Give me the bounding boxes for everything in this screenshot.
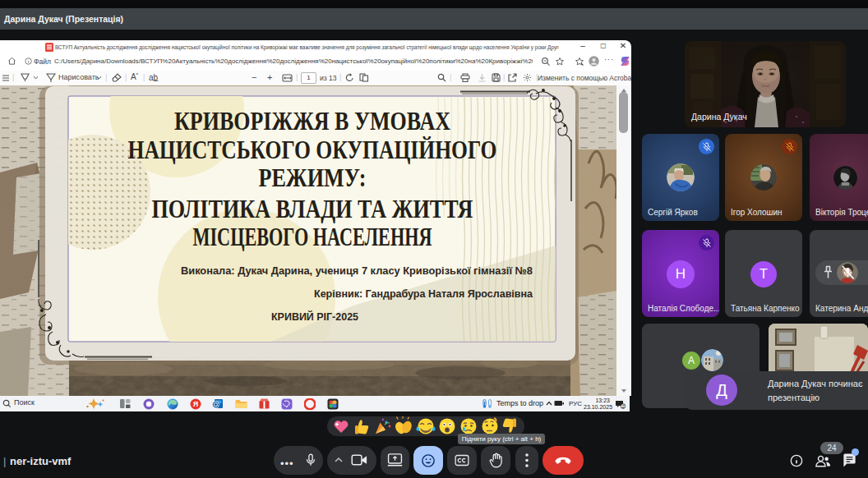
svg-text:ПОЛІТИКА ВЛАДИ ТА ЖИТТЯ: ПОЛІТИКА ВЛАДИ ТА ЖИТТЯ <box>152 195 473 223</box>
svg-text:Я: Я <box>193 400 198 408</box>
svg-text:КРИВИЙ РІГ-2025: КРИВИЙ РІГ-2025 <box>271 310 358 323</box>
svg-text:МІСЦЕВОГО НАСЕЛЕННЯ: МІСЦЕВОГО НАСЕЛЕННЯ <box>193 223 432 251</box>
svg-text:2: 2 <box>621 403 624 408</box>
svg-text:Дарина Дукач: Дарина Дукач <box>691 112 747 122</box>
svg-text:Керівник: Гандрабура Наталя Яр: Керівник: Гандрабура Наталя Ярославівна <box>314 287 533 300</box>
svg-text:КРИВОРІЖЖЯ В УМОВАХ: КРИВОРІЖЖЯ В УМОВАХ <box>174 107 450 136</box>
svg-text:Виконала: Дукач Дарина, учениц: Виконала: Дукач Дарина, учениця 7 класу … <box>181 264 533 277</box>
svg-text:РЕЖИМУ:: РЕЖИМУ: <box>259 163 367 192</box>
svg-text:НАЦИСТСЬКОГО ОКУПАЦІЙНОГО: НАЦИСТСЬКОГО ОКУПАЦІЙНОГО <box>128 136 497 164</box>
